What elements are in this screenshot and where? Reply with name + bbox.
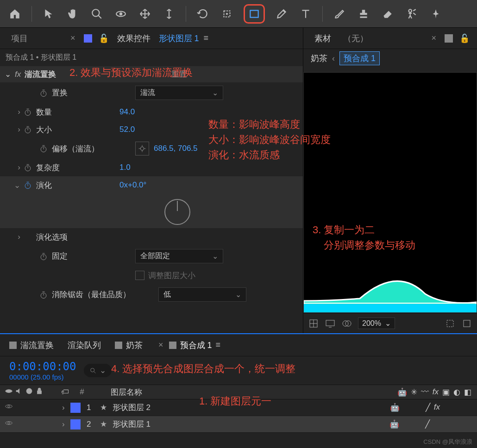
chevron-down-icon[interactable]: ⌄	[5, 69, 11, 79]
shy-toggle[interactable]: 🤖	[389, 419, 399, 429]
layer-link[interactable]: 形状图层 1	[159, 33, 199, 44]
select-icon[interactable]	[41, 6, 56, 21]
chevron-down-icon[interactable]: ⌄	[0, 180, 23, 190]
timecode[interactable]: 0:00:00:00	[9, 360, 76, 373]
slash-icon[interactable]: ╱	[426, 403, 430, 412]
effect-header[interactable]: ⌄ fx 湍流置换 重置	[0, 66, 303, 82]
preview-viewport[interactable]	[303, 72, 477, 313]
column-index[interactable]: #	[73, 387, 91, 397]
timeline-layer-1[interactable]: › 1 ★ 形状图层 2 🤖╱fx	[0, 399, 477, 416]
resize-checkbox[interactable]	[135, 271, 144, 280]
pin-icon[interactable]	[428, 6, 443, 21]
rotate-icon[interactable]	[195, 6, 210, 21]
tab-footage[interactable]: 素材	[311, 33, 335, 44]
reset-button[interactable]: 重置	[171, 69, 298, 80]
antialias-select[interactable]: 低⌄	[158, 287, 246, 302]
3d-icon[interactable]: ✳	[411, 387, 417, 397]
evolution-dial[interactable]	[164, 199, 190, 225]
zoom-select[interactable]: 200%⌄	[358, 317, 395, 329]
fx-icon[interactable]: fx	[15, 70, 21, 79]
comp-name[interactable]: 奶茶	[311, 53, 327, 64]
lock-icon[interactable]	[35, 387, 44, 398]
offset-value[interactable]: 686.5, 706.5	[154, 144, 198, 153]
lock-icon[interactable]: 🔓	[459, 33, 470, 44]
anchor-icon[interactable]	[220, 6, 234, 21]
chevron-right-icon[interactable]: ›	[0, 125, 23, 134]
orbit-icon[interactable]	[113, 6, 128, 21]
chevron-right-icon[interactable]: ›	[0, 107, 23, 117]
label-icon[interactable]: 🏷	[57, 387, 73, 397]
eraser-icon[interactable]	[380, 6, 395, 21]
close-icon[interactable]: ×	[429, 33, 438, 43]
stopwatch-icon[interactable]	[39, 290, 48, 299]
stopwatch-icon[interactable]	[39, 252, 48, 261]
fx-toggle[interactable]: fx	[434, 403, 440, 412]
timeline-search[interactable]: ⌄	[84, 364, 112, 377]
precomp-link[interactable]: 预合成 1	[339, 51, 380, 65]
region-icon[interactable]	[445, 318, 456, 329]
stopwatch-icon[interactable]	[39, 88, 48, 98]
tab-turbulent[interactable]: 湍流置换	[9, 340, 54, 351]
roto-icon[interactable]	[404, 6, 419, 21]
frame-blend-icon[interactable]: ▣	[442, 387, 450, 397]
evolution-value[interactable]: 0x+0.0°	[119, 180, 146, 190]
pinning-select[interactable]: 全部固定⌄	[135, 249, 223, 263]
slash-icon[interactable]: ╱	[425, 419, 430, 429]
home-icon[interactable]	[7, 6, 22, 21]
displacement-select[interactable]: 湍流⌄	[135, 86, 223, 100]
layer-name[interactable]: 形状图层 2	[113, 402, 384, 413]
snap-icon[interactable]	[461, 318, 472, 329]
shy-icon[interactable]: 🤖	[397, 387, 407, 397]
mask-icon[interactable]	[341, 318, 352, 329]
adjustment-icon[interactable]: ◐	[453, 387, 460, 397]
menu-icon[interactable]: ≡	[204, 33, 209, 43]
stopwatch-icon[interactable]	[23, 125, 32, 134]
stopwatch-icon[interactable]	[23, 163, 32, 172]
tab-effect-controls[interactable]: 效果控件	[113, 33, 154, 44]
fx-col-icon[interactable]: fx	[433, 387, 439, 397]
amount-value[interactable]: 94.0	[119, 107, 135, 117]
tab-milk-tea[interactable]: 奶茶	[115, 340, 143, 351]
pen-icon[interactable]	[274, 6, 289, 21]
eye-icon[interactable]	[0, 402, 18, 413]
dolly-icon[interactable]	[162, 6, 176, 21]
layer-color-chip[interactable]	[70, 403, 81, 413]
pan-icon[interactable]	[138, 6, 152, 21]
audio-icon[interactable]	[15, 387, 23, 398]
stopwatch-icon[interactable]	[23, 180, 32, 190]
hand-icon[interactable]	[65, 6, 80, 21]
rect-icon[interactable]	[247, 6, 262, 21]
solo-icon[interactable]	[25, 387, 33, 398]
tab-project[interactable]: 项目	[7, 33, 31, 44]
chevron-right-icon[interactable]: ›	[0, 163, 23, 172]
motion-blur-icon[interactable]: 〰	[421, 387, 429, 397]
tab-render-queue[interactable]: 渲染队列	[68, 340, 101, 351]
tab-precomp[interactable]: ×预合成 1≡	[157, 340, 220, 351]
chevron-right-icon[interactable]: ›	[59, 403, 68, 412]
stamp-icon[interactable]	[356, 6, 371, 21]
zoom-icon[interactable]	[89, 6, 104, 21]
brush-icon[interactable]	[332, 6, 347, 21]
layer-color-chip[interactable]	[70, 419, 81, 429]
size-value[interactable]: 52.0	[119, 125, 135, 134]
3d-layer-icon[interactable]: ◧	[464, 387, 471, 397]
stopwatch-icon[interactable]	[23, 107, 32, 117]
eye-icon[interactable]	[0, 419, 18, 429]
display-icon[interactable]	[325, 318, 336, 329]
shy-toggle[interactable]: 🤖	[390, 403, 400, 412]
stopwatch-icon[interactable]	[39, 144, 48, 153]
layer-name[interactable]: 形状图层 1	[113, 419, 384, 429]
chevron-right-icon[interactable]: ›	[59, 420, 68, 429]
crosshair-icon[interactable]	[135, 142, 149, 156]
column-layer-name[interactable]: 图层名称	[105, 387, 392, 398]
prop-evo-options[interactable]: › 演化选项	[0, 228, 303, 246]
complexity-value[interactable]: 1.0	[119, 163, 131, 172]
layer-index: 2	[83, 420, 94, 429]
text-icon[interactable]	[298, 6, 313, 21]
grid-icon[interactable]	[308, 318, 319, 329]
chevron-left-icon[interactable]: ‹	[332, 54, 335, 63]
timeline-layer-2[interactable]: › 2 ★ 形状图层 1 🤖╱	[0, 416, 477, 433]
eye-icon[interactable]	[5, 387, 13, 398]
close-icon[interactable]: ×	[69, 33, 77, 43]
lock-icon[interactable]: 🔓	[99, 33, 109, 44]
